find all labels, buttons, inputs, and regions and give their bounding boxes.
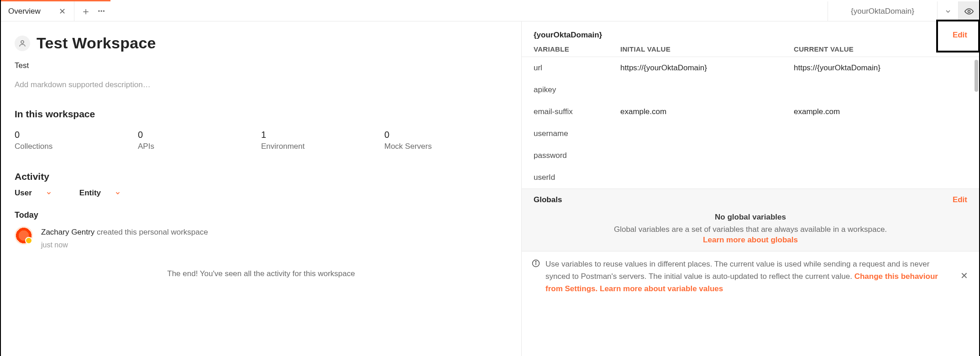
footer-text: Use variables to reuse values in differe… <box>545 258 952 295</box>
tab-overview[interactable]: Overview ✕ <box>1 1 74 21</box>
environment-caret[interactable] <box>937 1 958 21</box>
svg-point-0 <box>968 10 970 12</box>
tab-label: Overview <box>8 7 41 16</box>
user-avatar[interactable] <box>15 226 33 245</box>
th-initial: INITIAL VALUE <box>620 45 794 53</box>
scrollbar-thumb[interactable] <box>975 60 978 92</box>
table-row[interactable]: email-suffixexample.comexample.com <box>522 101 979 123</box>
edit-globals-link[interactable]: Edit <box>953 195 967 204</box>
th-variable: VARIABLE <box>534 45 620 53</box>
workspace-title: Test Workspace <box>37 34 156 52</box>
th-current: CURRENT VALUE <box>794 45 967 53</box>
activity-end: The end! You've seen all the activity fo… <box>15 269 508 278</box>
filter-user[interactable]: User <box>15 188 52 198</box>
workspace-overview: Test Workspace Test Add markdown support… <box>1 21 521 356</box>
globals-empty-text: Global variables are a set of variables … <box>540 224 961 236</box>
activity-time: just now <box>41 241 208 249</box>
dismiss-footer-icon[interactable]: ✕ <box>960 268 968 283</box>
info-icon <box>532 259 540 271</box>
tab-bar: Overview ✕ ＋ ••• {yourOktaDomain} <box>1 1 979 21</box>
table-row[interactable]: urlhttps://{yourOktaDomain}https://{your… <box>522 57 979 79</box>
activity-group-today: Today <box>15 210 508 220</box>
filter-user-label: User <box>15 188 32 198</box>
globals-empty-title: No global variables <box>540 213 961 222</box>
learn-globals-link[interactable]: Learn more about globals <box>703 236 798 244</box>
activity-text: Zachary Gentry created this personal wor… <box>41 226 208 238</box>
edit-environment-link[interactable]: Edit <box>953 31 967 40</box>
table-row[interactable]: userId <box>522 167 979 188</box>
activity-item: Zachary Gentry created this personal wor… <box>15 226 508 249</box>
table-row[interactable]: apikey <box>522 79 979 101</box>
stat-environment[interactable]: 1Environment <box>261 130 384 151</box>
env-panel-title: {yourOktaDomain} <box>534 31 602 40</box>
svg-point-1 <box>21 41 24 43</box>
stat-mock-servers[interactable]: 0Mock Servers <box>384 130 508 151</box>
filter-entity[interactable]: Entity <box>79 188 121 198</box>
variables-info-footer: Use variables to reuse values in differe… <box>522 251 979 301</box>
tab-actions: ＋ ••• <box>74 1 105 21</box>
scrollbar[interactable] <box>974 60 979 186</box>
table-row[interactable]: password <box>522 145 979 167</box>
svg-point-4 <box>535 261 536 262</box>
env-table-header: VARIABLE INITIAL VALUE CURRENT VALUE <box>522 44 979 57</box>
learn-variable-values-link[interactable]: Learn more about variable values <box>600 284 723 293</box>
workspace-description-placeholder[interactable]: Add markdown supported description… <box>15 80 508 89</box>
env-table: urlhttps://{yourOktaDomain}https://{your… <box>522 57 979 188</box>
env-quicklook-panel: {yourOktaDomain} Edit VARIABLE INITIAL V… <box>521 21 979 356</box>
workspace-subtitle: Test <box>15 61 508 70</box>
in-this-workspace-heading: In this workspace <box>15 109 508 120</box>
workspace-avatar <box>15 36 30 51</box>
activity-heading: Activity <box>15 171 508 182</box>
environment-selector[interactable]: {yourOktaDomain} <box>828 1 937 21</box>
stat-apis[interactable]: 0APIs <box>138 130 261 151</box>
close-tab-icon[interactable]: ✕ <box>59 7 66 16</box>
chevron-down-icon <box>115 190 121 196</box>
tab-overflow-icon[interactable]: ••• <box>98 8 105 15</box>
table-row[interactable]: username <box>522 123 979 145</box>
globals-section: Globals Edit No global variables Global … <box>522 188 979 251</box>
filter-entity-label: Entity <box>79 188 101 198</box>
new-tab-icon[interactable]: ＋ <box>81 5 91 18</box>
stat-collections[interactable]: 0Collections <box>15 130 138 151</box>
environment-quick-look-icon[interactable] <box>958 1 979 21</box>
chevron-down-icon <box>46 190 52 196</box>
globals-heading: Globals <box>534 195 562 204</box>
